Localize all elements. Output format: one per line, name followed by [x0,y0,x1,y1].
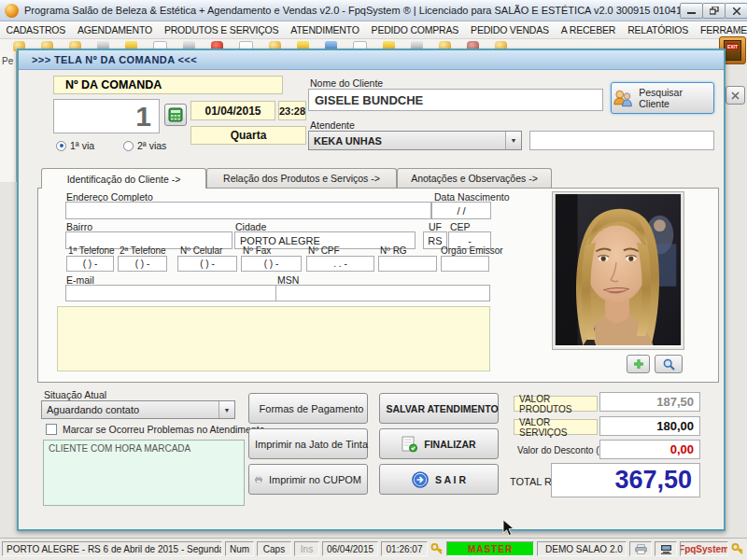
imprimir-cupom-label: Imprimir no CUPOM [269,474,361,485]
msn-input[interactable] [275,285,490,301]
exit-arrow-icon [412,471,429,488]
dialog-titlebar[interactable]: >>> TELA Nº DA COMANDA <<< [19,50,724,70]
imprimir-jato-button[interactable]: Imprimir na Jato de Tinta [248,428,368,459]
tel1-input[interactable]: ( ) - [66,256,114,272]
tab-anotacoes[interactable]: Anotações e Observações -> [397,168,552,188]
tel2-input[interactable]: ( ) - [118,256,167,272]
attendant-value: KEKA UNHAS [314,135,382,147]
imprimir-jato-label: Imprimir na Jato de Tinta [255,439,368,450]
observations-area[interactable] [57,306,490,371]
menu-relatorios[interactable]: RELATÓRIOS [622,24,695,35]
finalizar-button[interactable]: FINALIZAR [379,428,499,459]
email-input[interactable] [65,285,280,301]
status-location: PORTO ALEGRE - RS 6 de Abril de 2015 - S… [2,541,222,556]
celular-input[interactable]: ( ) - [177,256,237,272]
salvar-atendimento-button[interactable]: SALVAR ATENDIMENTO [379,393,499,424]
status-network[interactable] [655,541,677,556]
exit-label: EXIT [726,43,739,49]
window-title: Programa Salão de Beleza & Estética + Ag… [24,5,709,16]
toolbar-close-button[interactable] [726,86,745,105]
attendant-extra-input[interactable] [529,131,714,150]
tab-anotacoes-label: Anotações e Observações -> [411,173,538,184]
via2-radio[interactable]: 2ª vias [123,140,166,151]
comanda-dialog: >>> TELA Nº DA COMANDA <<< Nº DA COMANDA… [17,49,726,531]
background-window-text: Pe [2,56,13,66]
comanda-date: 01/04/2015 [190,101,275,120]
chevron-down-icon[interactable]: ▼ [505,132,521,149]
situacao-select[interactable]: Aguardando contato ▼ [41,400,235,419]
problem-checkbox-label: Marcar se Ocorreu Problemas no Atendimen… [63,424,265,435]
calculator-button[interactable] [164,104,187,126]
menu-cadastros[interactable]: CADASTROS [0,24,72,35]
status-num: Num [225,541,254,556]
status-bar: PORTO ALEGRE - RS 6 de Abril de 2015 - S… [0,538,747,560]
client-name-input[interactable]: GISELE BUNDCHE [308,89,603,111]
desconto-value[interactable]: 0,00 [599,440,700,459]
imprimir-cupom-button[interactable]: Imprimir no CUPOM [248,464,368,495]
people-icon [612,89,633,107]
zoom-photo-button[interactable] [655,355,683,373]
attendant-select[interactable]: KEKA UNHAS ▼ [308,131,522,150]
search-client-button[interactable]: Pesquisar Cliente [611,82,714,114]
cpf-input[interactable]: . . - [306,256,374,272]
add-photo-button[interactable] [627,355,650,373]
menu-agendamento[interactable]: AGENDAMENTO [72,24,159,35]
rg-input[interactable] [378,256,437,272]
printer-icon-small [635,544,647,554]
status-date: 06/04/2015 [322,541,378,556]
situacao-chevron-down-icon[interactable]: ▼ [218,401,234,418]
status-ins: Ins [294,541,319,556]
document-check-icon [402,436,417,453]
menu-a-receber[interactable]: A RECEBER [555,24,621,35]
comanda-label: Nº DA COMANDA [65,78,162,91]
fax-label: Nº Fax [243,245,271,256]
celular-label: Nº Celular [180,245,222,256]
comanda-weekday: Quarta [190,126,306,145]
problem-checkbox-row[interactable]: Marcar se Ocorreu Problemas no Atendimen… [46,424,265,435]
key-icon [430,542,444,555]
cpf-label: Nº CPF [308,245,340,256]
plus-icon [633,358,644,370]
orgao-emissor-label: Orgão Emissor [441,245,503,256]
menu-atendimento[interactable]: ATENDIMENTO [285,24,365,35]
situacao-label: Situação Atual [44,389,106,400]
printer-icon-2 [255,472,262,487]
fax-input[interactable]: ( ) - [241,256,302,272]
tab-produtos-servicos[interactable]: Relação dos Produtos e Serviços -> [206,168,397,188]
nascimento-input[interactable]: / / [431,202,491,219]
restore-button[interactable] [702,3,726,19]
valor-servicos-value: 180,00 [599,416,700,436]
menu-ferramentas[interactable]: FERRAMENTAS [695,24,747,35]
menu-pedido-compras[interactable]: PEDIDO COMPRAS [365,24,464,35]
client-photo-frame [552,191,684,350]
calculator-icon [168,107,183,122]
via1-radio-circle[interactable] [56,141,66,151]
desconto-label: Valor do Desconto ( - ) [517,445,611,455]
screen: Programa Salão de Beleza & Estética + Ag… [0,0,747,560]
comanda-number-input[interactable]: 1 [53,99,160,133]
comanda-time: 23:28 [278,101,306,120]
situacao-notes-area[interactable]: CLIENTE COM HORA MARCADA [43,440,245,506]
tab-identificacao[interactable]: Identificação do Cliente -> [41,168,206,189]
formas-pagamento-button[interactable]: $ Formas de Pagamento [248,393,368,424]
via1-radio[interactable]: 1ª via [56,140,94,151]
menu-produtos-servicos[interactable]: PRODUTOS E SERVIÇOS [158,24,284,35]
dialog-title: >>> TELA Nº DA COMANDA <<< [32,54,197,65]
computer-icon [660,544,672,554]
via2-radio-circle[interactable] [123,141,134,151]
close-button[interactable] [725,3,747,19]
valor-produtos-label: VALOR PRODUTOS [514,396,598,412]
formas-pagamento-label: Formas de Pagamento [260,403,364,414]
status-demo-label: DEMO SALAO 2.0 [545,544,623,554]
status-printer[interactable] [629,541,652,556]
sair-button[interactable]: S A I R [379,464,499,495]
client-photo [555,194,682,345]
problem-checkbox[interactable] [46,424,57,435]
search-client-label: Pesquisar Cliente [639,87,713,109]
orgao-emissor-input[interactable] [441,256,489,272]
minimize-button[interactable] [680,3,703,19]
tel1-label: 1ª Telefone [68,245,115,256]
endereco-input[interactable] [65,202,431,219]
menu-pedido-vendas[interactable]: PEDIDO VENDAS [465,24,556,35]
comanda-label-box: Nº DA COMANDA [53,76,283,94]
